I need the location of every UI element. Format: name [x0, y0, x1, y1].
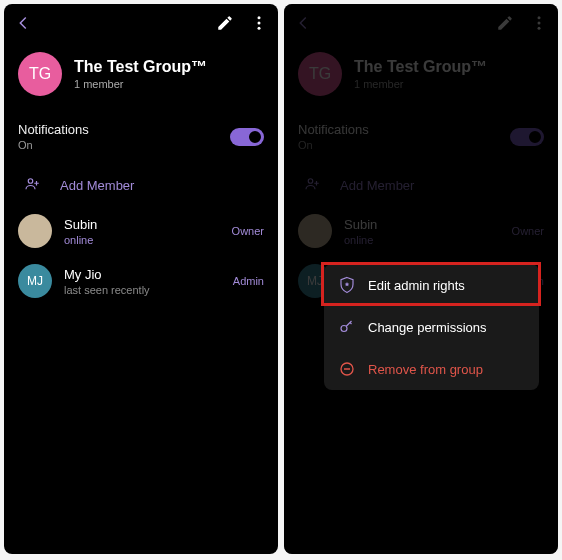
add-member-icon: [303, 175, 321, 196]
notifications-row[interactable]: Notifications On: [284, 112, 558, 165]
group-avatar: TG: [18, 52, 62, 96]
key-icon: [338, 318, 356, 336]
svg-point-5: [538, 22, 541, 25]
svg-point-3: [28, 179, 33, 184]
add-member-row[interactable]: Add Member: [4, 165, 278, 206]
remove-circle-icon: [338, 360, 356, 378]
menu-item-label: Change permissions: [368, 320, 487, 335]
menu-item-label: Edit admin rights: [368, 278, 465, 293]
group-title: The Test Group™: [74, 58, 207, 76]
member-name: Subin: [64, 217, 220, 232]
member-role: Owner: [512, 225, 544, 237]
group-header: TG The Test Group™ 1 member: [4, 44, 278, 112]
add-member-label: Add Member: [60, 178, 134, 193]
group-header: TG The Test Group™ 1 member: [284, 44, 558, 112]
notifications-label: Notifications: [18, 122, 89, 137]
screen-right: TG The Test Group™ 1 member Notification…: [284, 4, 558, 554]
menu-remove-from-group[interactable]: Remove from group: [324, 348, 539, 390]
member-role: Admin: [233, 275, 264, 287]
notifications-label: Notifications: [298, 122, 369, 137]
svg-point-6: [538, 27, 541, 30]
group-avatar: TG: [298, 52, 342, 96]
group-subtitle: 1 member: [74, 78, 207, 90]
edit-icon[interactable]: [216, 14, 234, 36]
svg-point-8: [341, 326, 347, 332]
add-member-icon: [23, 175, 41, 196]
top-bar: [4, 4, 278, 44]
back-icon[interactable]: [14, 14, 32, 36]
notifications-row[interactable]: Notifications On: [4, 112, 278, 165]
avatar: [298, 214, 332, 248]
group-title: The Test Group™: [354, 58, 487, 76]
member-row[interactable]: Subin online Owner: [284, 206, 558, 256]
notifications-toggle[interactable]: [230, 128, 264, 146]
notifications-value: On: [18, 139, 89, 151]
shield-star-icon: [338, 276, 356, 294]
group-subtitle: 1 member: [354, 78, 487, 90]
add-member-label: Add Member: [340, 178, 414, 193]
member-name: My Jio: [64, 267, 221, 282]
member-status: online: [64, 234, 220, 246]
member-row[interactable]: Subin online Owner: [4, 206, 278, 256]
svg-point-0: [258, 16, 261, 19]
member-status: online: [344, 234, 500, 246]
edit-icon[interactable]: [496, 14, 514, 36]
svg-point-7: [308, 179, 313, 184]
svg-point-2: [258, 27, 261, 30]
member-name: Subin: [344, 217, 500, 232]
svg-point-1: [258, 22, 261, 25]
top-bar: [284, 4, 558, 44]
more-icon[interactable]: [530, 14, 548, 36]
avatar: [18, 214, 52, 248]
avatar: MJ: [18, 264, 52, 298]
screen-left: TG The Test Group™ 1 member Notification…: [4, 4, 278, 554]
svg-point-4: [538, 16, 541, 19]
notifications-value: On: [298, 139, 369, 151]
member-status: last seen recently: [64, 284, 221, 296]
more-icon[interactable]: [250, 14, 268, 36]
menu-edit-admin-rights[interactable]: Edit admin rights: [324, 264, 539, 306]
member-row[interactable]: MJ My Jio last seen recently Admin: [4, 256, 278, 306]
notifications-toggle[interactable]: [510, 128, 544, 146]
menu-item-label: Remove from group: [368, 362, 483, 377]
context-menu: Edit admin rights Change permissions Rem…: [324, 264, 539, 390]
member-role: Owner: [232, 225, 264, 237]
add-member-row[interactable]: Add Member: [284, 165, 558, 206]
back-icon[interactable]: [294, 14, 312, 36]
menu-change-permissions[interactable]: Change permissions: [324, 306, 539, 348]
